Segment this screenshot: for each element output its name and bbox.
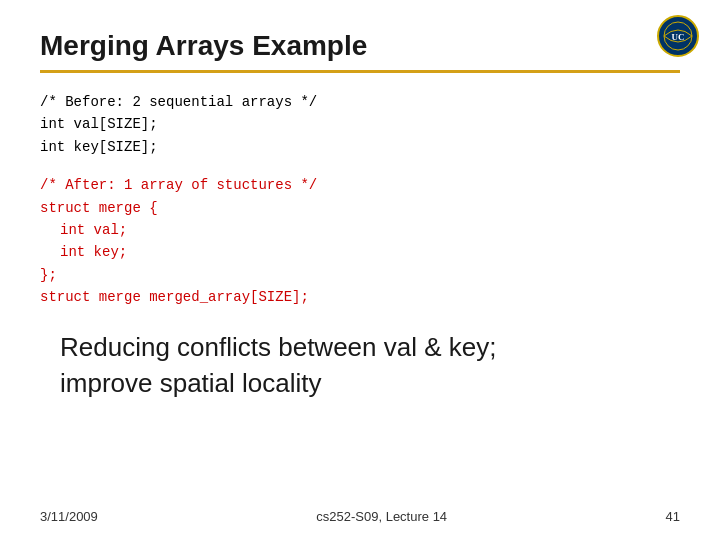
body-text: Reducing conflicts between val & key; im… bbox=[40, 329, 680, 402]
svg-text:UC: UC bbox=[672, 32, 685, 42]
code-after-block: /* After: 1 array of stuctures */ struct… bbox=[40, 174, 680, 308]
code-before-comment: /* Before: 2 sequential arrays */ bbox=[40, 91, 680, 113]
code-struct-instance: struct merge merged_array[SIZE]; bbox=[40, 286, 680, 308]
footer-slide-number: 41 bbox=[666, 509, 680, 524]
code-before-block: /* Before: 2 sequential arrays */ int va… bbox=[40, 91, 680, 158]
code-indent1: int val; bbox=[40, 219, 680, 241]
footer-course: cs252-S09, Lecture 14 bbox=[316, 509, 447, 524]
slide-footer: 3/11/2009 cs252-S09, Lecture 14 41 bbox=[0, 509, 720, 524]
slide-container: UC Merging Arrays Example /* Before: 2 s… bbox=[0, 0, 720, 540]
code-line2: int key[SIZE]; bbox=[40, 136, 680, 158]
code-line1: int val[SIZE]; bbox=[40, 113, 680, 135]
title-divider bbox=[40, 70, 680, 73]
code-indent2: int key; bbox=[40, 241, 680, 263]
code-struct-open: struct merge { bbox=[40, 197, 680, 219]
body-text-line2: improve spatial locality bbox=[60, 365, 680, 401]
code-after-comment: /* After: 1 array of stuctures */ bbox=[40, 174, 680, 196]
body-text-line1: Reducing conflicts between val & key; bbox=[60, 329, 680, 365]
slide-title: Merging Arrays Example bbox=[40, 30, 680, 62]
university-logo: UC bbox=[656, 14, 700, 58]
code-struct-close: }; bbox=[40, 264, 680, 286]
footer-date: 3/11/2009 bbox=[40, 509, 98, 524]
